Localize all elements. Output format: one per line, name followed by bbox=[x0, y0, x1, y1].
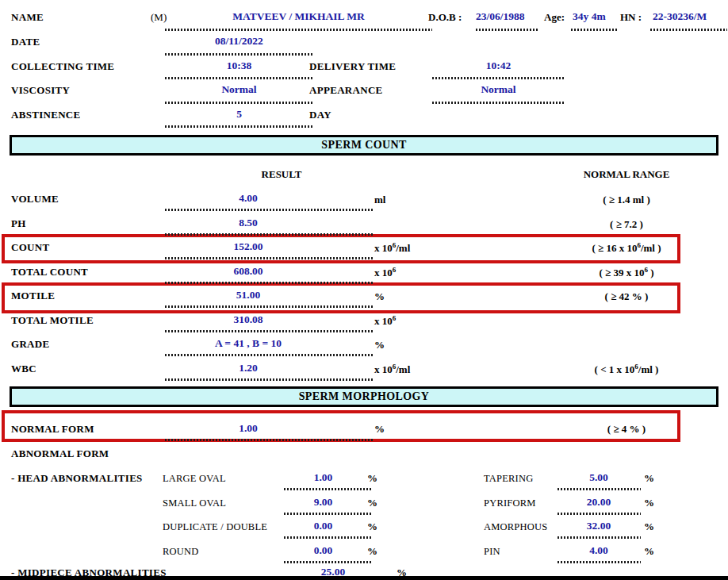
row-unit: % bbox=[374, 290, 385, 303]
appearance-label: APPEARANCE bbox=[309, 84, 383, 97]
normal-form-unit: % bbox=[374, 423, 385, 436]
row-label: COUNT bbox=[11, 241, 49, 254]
delivery-time-label: DELIVERY TIME bbox=[309, 60, 396, 73]
normal-form-value: 1.00 bbox=[165, 422, 331, 435]
normal-form-range: ( ≥ 4 % ) bbox=[555, 423, 698, 436]
dotted-underline bbox=[432, 77, 565, 79]
morph-item-label: PYRIFORM bbox=[484, 497, 536, 509]
row-normal-range: ( ≥ 39 x 106 ) bbox=[555, 266, 698, 279]
dotted-underline bbox=[165, 209, 373, 211]
row-label: VOLUME bbox=[11, 193, 59, 205]
dotted-underline bbox=[476, 29, 539, 31]
dotted-underline bbox=[432, 102, 565, 104]
morph-item-unit: % bbox=[644, 545, 654, 558]
age-value: 34y 4m bbox=[573, 10, 606, 23]
row-unit: x 106 bbox=[374, 266, 396, 279]
row-value: 1.20 bbox=[165, 362, 331, 375]
sperm-morphology-section-header: SPERM MORPHOLOGY bbox=[10, 386, 718, 407]
morph-item-label: SMALL OVAL bbox=[163, 497, 226, 509]
date-label: DATE bbox=[11, 36, 40, 48]
morph-item-value: 32.00 bbox=[555, 520, 642, 532]
appearance-value: Normal bbox=[432, 83, 565, 96]
dotted-underline bbox=[165, 77, 313, 79]
hn-value: 22-30236/M bbox=[653, 10, 707, 23]
morph-item-unit: % bbox=[644, 520, 654, 533]
dotted-underline bbox=[284, 488, 373, 490]
dotted-underline bbox=[557, 488, 641, 490]
morph-item-value: 9.00 bbox=[282, 496, 365, 509]
row-unit: % bbox=[374, 338, 385, 351]
collecting-time-value: 10:38 bbox=[165, 60, 313, 72]
dotted-underline bbox=[165, 233, 373, 236]
viscosity-value: Normal bbox=[165, 83, 313, 96]
morph-item-unit: % bbox=[644, 472, 654, 485]
row-value: 152.00 bbox=[165, 240, 331, 253]
row-value: 51.00 bbox=[165, 289, 331, 302]
dotted-underline bbox=[165, 53, 313, 56]
morph-item-unit: % bbox=[367, 520, 377, 533]
row-normal-range: ( ≥ 7.2 ) bbox=[555, 217, 698, 231]
dotted-underline bbox=[165, 439, 373, 441]
result-column-header: RESULT bbox=[222, 168, 341, 181]
normal-form-label: NORMAL FORM bbox=[11, 423, 94, 436]
dotted-underline bbox=[284, 513, 373, 515]
morph-item-value: 1.00 bbox=[282, 471, 365, 484]
dotted-underline bbox=[165, 305, 373, 308]
collecting-time-label: COLLECTING TIME bbox=[11, 60, 114, 73]
row-normal-range: ( ≥ 16 x 106/ml ) bbox=[555, 241, 698, 255]
row-label: PH bbox=[11, 217, 26, 230]
morph-item-unit: % bbox=[644, 497, 654, 509]
dotted-underline bbox=[571, 29, 617, 31]
dotted-underline bbox=[284, 536, 373, 539]
morph-item-label: AMORPHOUS bbox=[484, 521, 547, 533]
dotted-underline bbox=[557, 561, 641, 563]
morph-item-value: 0.00 bbox=[282, 544, 365, 557]
dotted-underline bbox=[165, 330, 373, 332]
date-value: 08/11/2022 bbox=[165, 35, 313, 48]
normal-range-column-header: NORMAL RANGE bbox=[555, 168, 698, 181]
abstinence-label: ABSTINENCE bbox=[11, 109, 81, 121]
dob-value: 23/06/1988 bbox=[476, 10, 525, 23]
row-value: 608.00 bbox=[165, 265, 331, 278]
row-value: 310.08 bbox=[165, 313, 331, 326]
abnormal-form-label: ABNORMAL FORM bbox=[11, 447, 109, 460]
dotted-underline bbox=[165, 102, 313, 104]
morph-item-label: TAPERING bbox=[484, 473, 533, 485]
morph-item-label: ROUND bbox=[163, 546, 198, 558]
row-unit: x 106/ml bbox=[374, 363, 410, 376]
row-normal-range: ( ≥ 1.4 ml ) bbox=[555, 193, 698, 206]
morph-item-label: LARGE OVAL bbox=[163, 473, 226, 485]
age-label: Age: bbox=[544, 11, 565, 24]
row-normal-range: ( ≥ 42 % ) bbox=[555, 290, 698, 303]
dotted-underline bbox=[165, 257, 373, 259]
dotted-underline bbox=[165, 354, 373, 356]
row-value: 8.50 bbox=[165, 217, 331, 229]
day-label: DAY bbox=[309, 109, 331, 121]
dotted-underline bbox=[284, 561, 373, 563]
bottom-border-bar bbox=[0, 576, 728, 580]
dob-label: D.O.B : bbox=[428, 11, 462, 24]
dotted-underline bbox=[650, 29, 727, 31]
lab-report-page: NAME (M) MATVEEV / MIKHAIL MR D.O.B : 23… bbox=[0, 0, 728, 580]
dotted-underline bbox=[165, 29, 432, 31]
viscosity-label: VISCOSITY bbox=[11, 84, 70, 97]
head-abnormalities-label: - HEAD ABNORMALITIES bbox=[11, 472, 143, 485]
morph-item-value: 20.00 bbox=[555, 496, 642, 509]
delivery-time-value: 10:42 bbox=[432, 60, 565, 72]
morph-item-label: DUPLICATE / DOUBLE bbox=[163, 521, 267, 533]
row-normal-range: ( < 1 x 106/ml ) bbox=[555, 363, 698, 376]
name-label: NAME bbox=[11, 11, 44, 24]
row-label: MOTILE bbox=[11, 290, 55, 302]
hn-label: HN : bbox=[620, 11, 642, 24]
morph-item-label: PIN bbox=[484, 546, 500, 558]
morph-item-unit: % bbox=[367, 472, 377, 485]
sperm-count-section-header: SPERM COUNT bbox=[10, 135, 718, 156]
row-unit: ml bbox=[374, 193, 385, 206]
morph-item-unit: % bbox=[367, 497, 377, 509]
row-label: TOTAL MOTILE bbox=[11, 314, 94, 327]
row-value: A = 41 , B = 10 bbox=[165, 337, 331, 350]
dotted-underline bbox=[165, 378, 373, 381]
row-unit: x 106 bbox=[374, 314, 396, 328]
row-label: GRADE bbox=[11, 338, 49, 351]
dotted-underline bbox=[165, 282, 373, 284]
